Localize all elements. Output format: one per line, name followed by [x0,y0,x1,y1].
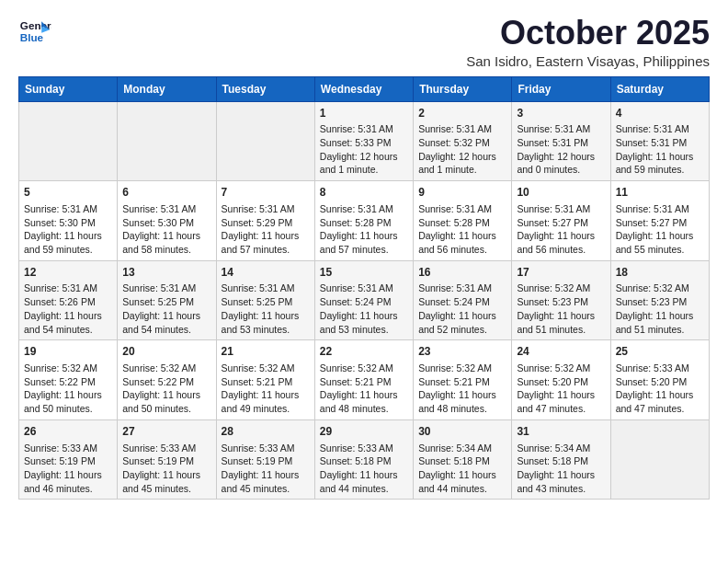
day-info: Sunrise: 5:33 AMSunset: 5:19 PMDaylight:… [222,442,310,496]
day-number: 1 [320,106,408,121]
calendar-cell: 25Sunrise: 5:33 AMSunset: 5:20 PMDayligh… [610,340,709,420]
weekday-header-friday: Friday [512,76,610,101]
day-info: Sunrise: 5:31 AMSunset: 5:31 PMDaylight:… [616,122,704,177]
day-info: Sunrise: 5:34 AMSunset: 5:18 PMDaylight:… [517,442,605,496]
title-block: October 2025 San Isidro, Eastern Visayas… [466,15,710,69]
month-title: October 2025 [466,15,710,52]
day-number: 31 [517,424,605,440]
day-number: 6 [122,185,210,201]
calendar-cell: 14Sunrise: 5:31 AMSunset: 5:25 PMDayligh… [216,260,314,340]
day-info: Sunrise: 5:31 AMSunset: 5:27 PMDaylight:… [517,202,605,257]
calendar-cell [118,101,216,181]
day-number: 7 [222,185,310,201]
calendar-cell: 24Sunrise: 5:32 AMSunset: 5:20 PMDayligh… [512,340,610,420]
day-info: Sunrise: 5:31 AMSunset: 5:28 PMDaylight:… [418,202,506,257]
day-info: Sunrise: 5:31 AMSunset: 5:25 PMDaylight:… [222,282,310,336]
calendar-cell: 18Sunrise: 5:32 AMSunset: 5:23 PMDayligh… [610,260,709,340]
day-number: 5 [24,185,112,201]
calendar-cell [19,101,118,181]
day-number: 25 [616,344,704,360]
day-info: Sunrise: 5:31 AMSunset: 5:27 PMDaylight:… [616,202,704,257]
day-info: Sunrise: 5:32 AMSunset: 5:22 PMDaylight:… [24,362,112,416]
calendar-cell: 12Sunrise: 5:31 AMSunset: 5:26 PMDayligh… [19,260,118,340]
calendar-cell: 29Sunrise: 5:33 AMSunset: 5:18 PMDayligh… [314,419,413,500]
day-info: Sunrise: 5:33 AMSunset: 5:19 PMDaylight:… [122,442,210,496]
day-number: 23 [418,344,506,360]
day-number: 13 [122,265,210,281]
day-info: Sunrise: 5:31 AMSunset: 5:24 PMDaylight:… [320,282,408,336]
day-number: 26 [24,424,112,440]
calendar-cell: 21Sunrise: 5:32 AMSunset: 5:21 PMDayligh… [216,340,314,420]
day-number: 14 [222,265,310,281]
calendar-cell: 8Sunrise: 5:31 AMSunset: 5:28 PMDaylight… [314,181,413,261]
calendar-cell: 19Sunrise: 5:32 AMSunset: 5:22 PMDayligh… [19,340,118,420]
day-number: 19 [24,344,112,360]
calendar-cell [216,101,314,181]
calendar-cell: 11Sunrise: 5:31 AMSunset: 5:27 PMDayligh… [610,181,709,261]
weekday-header-sunday: Sunday [19,76,118,101]
day-info: Sunrise: 5:32 AMSunset: 5:21 PMDaylight:… [320,362,408,416]
day-info: Sunrise: 5:31 AMSunset: 5:26 PMDaylight:… [24,282,112,336]
day-number: 22 [320,344,408,360]
weekday-header-saturday: Saturday [610,76,709,101]
day-info: Sunrise: 5:31 AMSunset: 5:29 PMDaylight:… [222,202,310,257]
calendar-cell: 27Sunrise: 5:33 AMSunset: 5:19 PMDayligh… [118,419,216,500]
day-info: Sunrise: 5:32 AMSunset: 5:20 PMDaylight:… [517,362,605,416]
calendar-week-1: 1Sunrise: 5:31 AMSunset: 5:33 PMDaylight… [19,101,710,181]
day-number: 2 [418,106,506,121]
day-info: Sunrise: 5:32 AMSunset: 5:21 PMDaylight:… [222,362,310,416]
weekday-header-thursday: Thursday [414,76,512,101]
calendar-week-4: 19Sunrise: 5:32 AMSunset: 5:22 PMDayligh… [19,340,710,420]
calendar-week-3: 12Sunrise: 5:31 AMSunset: 5:26 PMDayligh… [19,260,710,340]
calendar-cell: 26Sunrise: 5:33 AMSunset: 5:19 PMDayligh… [19,419,118,500]
calendar-cell: 30Sunrise: 5:34 AMSunset: 5:18 PMDayligh… [414,419,512,500]
day-info: Sunrise: 5:34 AMSunset: 5:18 PMDaylight:… [418,442,506,496]
day-info: Sunrise: 5:33 AMSunset: 5:19 PMDaylight:… [24,442,112,496]
calendar-week-5: 26Sunrise: 5:33 AMSunset: 5:19 PMDayligh… [19,419,710,500]
day-info: Sunrise: 5:32 AMSunset: 5:21 PMDaylight:… [418,362,506,416]
day-info: Sunrise: 5:31 AMSunset: 5:33 PMDaylight:… [320,122,408,177]
day-info: Sunrise: 5:32 AMSunset: 5:23 PMDaylight:… [517,282,605,336]
day-number: 12 [24,265,112,281]
weekday-header-monday: Monday [118,76,216,101]
day-info: Sunrise: 5:31 AMSunset: 5:30 PMDaylight:… [24,202,112,257]
calendar-cell: 22Sunrise: 5:32 AMSunset: 5:21 PMDayligh… [314,340,413,420]
day-number: 27 [122,424,210,440]
calendar-cell: 23Sunrise: 5:32 AMSunset: 5:21 PMDayligh… [414,340,512,420]
day-number: 16 [418,265,506,281]
day-number: 24 [517,344,605,360]
day-number: 20 [122,344,210,360]
day-number: 8 [320,185,408,201]
day-number: 17 [517,265,605,281]
calendar-cell: 2Sunrise: 5:31 AMSunset: 5:32 PMDaylight… [414,101,512,181]
day-number: 21 [222,344,310,360]
weekday-header-tuesday: Tuesday [216,76,314,101]
day-number: 10 [517,185,605,201]
calendar-cell: 15Sunrise: 5:31 AMSunset: 5:24 PMDayligh… [314,260,413,340]
calendar-cell: 16Sunrise: 5:31 AMSunset: 5:24 PMDayligh… [414,260,512,340]
day-number: 28 [222,424,310,440]
location-subtitle: San Isidro, Eastern Visayas, Philippines [466,53,710,69]
calendar-week-2: 5Sunrise: 5:31 AMSunset: 5:30 PMDaylight… [19,181,710,261]
calendar-cell: 10Sunrise: 5:31 AMSunset: 5:27 PMDayligh… [512,181,610,261]
day-info: Sunrise: 5:31 AMSunset: 5:31 PMDaylight:… [517,122,605,177]
day-info: Sunrise: 5:31 AMSunset: 5:25 PMDaylight:… [122,282,210,336]
calendar-cell [610,419,709,500]
weekday-header-row: SundayMondayTuesdayWednesdayThursdayFrid… [19,76,710,101]
logo: General Blue [18,15,51,48]
day-number: 11 [616,185,704,201]
day-number: 9 [418,185,506,201]
calendar-cell: 1Sunrise: 5:31 AMSunset: 5:33 PMDaylight… [314,101,413,181]
day-info: Sunrise: 5:33 AMSunset: 5:18 PMDaylight:… [320,442,408,496]
day-info: Sunrise: 5:32 AMSunset: 5:23 PMDaylight:… [616,282,704,336]
day-number: 29 [320,424,408,440]
calendar-cell: 31Sunrise: 5:34 AMSunset: 5:18 PMDayligh… [512,419,610,500]
calendar-cell: 13Sunrise: 5:31 AMSunset: 5:25 PMDayligh… [118,260,216,340]
calendar-cell: 7Sunrise: 5:31 AMSunset: 5:29 PMDaylight… [216,181,314,261]
day-info: Sunrise: 5:31 AMSunset: 5:32 PMDaylight:… [418,122,506,177]
day-info: Sunrise: 5:32 AMSunset: 5:22 PMDaylight:… [122,362,210,416]
svg-text:Blue: Blue [20,31,44,43]
header: General Blue October 2025 San Isidro, Ea… [18,15,710,69]
calendar-cell: 3Sunrise: 5:31 AMSunset: 5:31 PMDaylight… [512,101,610,181]
day-number: 3 [517,106,605,121]
